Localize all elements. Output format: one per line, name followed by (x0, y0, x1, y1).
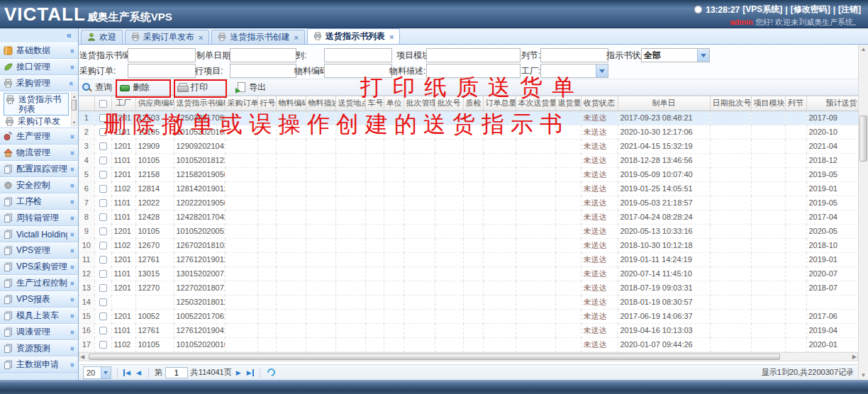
filter-input-0-1[interactable] (230, 48, 296, 62)
logout-link[interactable]: [注销] (838, 4, 861, 16)
sidebar-item-8[interactable]: 周转箱管理« (0, 210, 78, 226)
sidebar-item-3[interactable]: 生产管理« (0, 128, 78, 145)
table-row[interactable]: 6110212814128142019012504未送达2019-01-25 1… (79, 181, 858, 196)
row-checkbox[interactable] (94, 181, 111, 196)
scroll-left-icon[interactable]: ◀ (80, 353, 84, 361)
sidebar-item-9[interactable]: Victall Holding« (0, 226, 78, 242)
close-icon[interactable]: × (389, 33, 394, 41)
page-size-select[interactable]: 20 (83, 366, 111, 379)
sidebar-item-15[interactable]: 调漆管理« (0, 324, 78, 340)
row-checkbox[interactable] (94, 309, 111, 323)
filter-input-0-4[interactable] (540, 48, 608, 62)
row-checkbox[interactable] (94, 266, 111, 281)
column-header[interactable]: 物料描述 (306, 96, 335, 111)
tab-1[interactable]: 采购订单发布× (125, 30, 209, 44)
row-checkbox[interactable] (94, 153, 111, 167)
row-checkbox[interactable] (94, 281, 111, 295)
table-row[interactable]: 4110110105101052018122814未送达2018-12-28 1… (79, 153, 858, 167)
table-row[interactable]: 11120112761127612019011102未送达2019-01-11 … (79, 252, 858, 266)
table-row[interactable]: 14125032018011902未送达2018-01-19 08:30:57 (79, 295, 858, 309)
row-checkbox[interactable] (94, 167, 111, 181)
column-header[interactable]: 制单日 (618, 96, 710, 111)
table-row[interactable]: 16110112761127612019041602未送达2019-04-16 … (79, 323, 858, 337)
column-header[interactable]: 项目模块 (751, 96, 785, 111)
row-checkbox[interactable] (94, 139, 111, 153)
last-page-button[interactable]: ▶ (245, 369, 254, 376)
table-row[interactable]: 5120112158121582019050903未送达2019-05-09 1… (79, 167, 858, 181)
table-row[interactable]: 8110112428124282017042403未送达2017-04-24 0… (79, 210, 858, 224)
vertical-scrollbar[interactable]: ▲ ▼ (858, 45, 868, 380)
sidebar-item-16[interactable]: 资源预测« (0, 340, 78, 356)
column-header[interactable]: 供应商编码 (135, 96, 174, 111)
table-row[interactable]: 9120110105101052020051303未送达2020-05-13 1… (79, 224, 858, 238)
change-password-link[interactable]: [修改密码] (791, 4, 830, 16)
column-header[interactable]: 列节 (785, 96, 806, 111)
scroll-right-icon[interactable]: ▶ (852, 353, 857, 361)
close-icon[interactable]: × (199, 33, 203, 42)
hscroll-thumb[interactable] (89, 354, 780, 360)
export-button[interactable]: 导出 (235, 81, 266, 94)
select-all-checkbox[interactable] (94, 96, 111, 111)
row-checkbox[interactable] (94, 252, 111, 266)
sidebar-subitem-0[interactable]: 送货指示书列表 (4, 93, 69, 116)
page-number-input[interactable] (165, 367, 188, 378)
sidebar-item-5[interactable]: 配置跟踪管理« (0, 161, 78, 177)
sidebar-item-6[interactable]: 安全控制« (0, 177, 78, 193)
scroll-up-icon[interactable]: ▲ (859, 45, 868, 53)
tab-0[interactable]: 欢迎 (81, 30, 123, 44)
sidebar-item-17[interactable]: 主数据申请« (0, 356, 78, 373)
column-header[interactable]: 物料编码 (276, 96, 306, 111)
filter-input-0-0[interactable] (128, 48, 196, 62)
table-row[interactable]: 17110210105101052020010703未送达2020-01-07 … (79, 337, 858, 351)
row-checkbox[interactable] (94, 196, 111, 210)
sidebar-item-10[interactable]: VPS管理« (0, 242, 78, 259)
sidebar-collapse-button[interactable]: « (0, 28, 78, 43)
sidebar-item-0[interactable]: 基础数据« (0, 43, 78, 59)
row-checkbox[interactable] (94, 323, 111, 337)
filter-input-0-3[interactable] (426, 48, 521, 62)
submenu-scrollbar[interactable]: ▲▼ (71, 93, 77, 126)
tab-2[interactable]: 送货指示书创建× (211, 30, 304, 44)
close-icon[interactable]: × (294, 33, 298, 42)
filter-select-0-5[interactable]: 全部 (641, 48, 710, 62)
row-checkbox[interactable] (94, 238, 111, 252)
filter-input-1-0[interactable] (128, 64, 196, 78)
first-page-button[interactable]: ◀ (123, 369, 132, 376)
sidebar-item-2[interactable]: 采购管理« (0, 75, 78, 91)
sidebar-item-11[interactable]: VPS采购管理« (0, 259, 78, 275)
row-checkbox[interactable] (94, 224, 111, 238)
sidebar-item-12[interactable]: 生产过程控制« (0, 275, 78, 291)
column-header[interactable]: 预计送货日 (806, 96, 858, 111)
horizontal-scrollbar[interactable]: ◀ ▶ (79, 352, 858, 361)
next-page-button[interactable]: ▶ (235, 369, 243, 376)
sidebar-item-13[interactable]: VPS报表« (0, 291, 78, 308)
column-header[interactable]: 送货指示书编码 (174, 96, 225, 111)
table-row[interactable]: 3120112909129092021041501未送达2021-04-15 1… (79, 139, 858, 153)
row-checkbox[interactable] (94, 295, 111, 309)
scroll-down-icon[interactable]: ▼ (859, 371, 868, 379)
vps-system-link[interactable]: [VPS系统] (742, 4, 782, 16)
query-button[interactable]: 查询 (82, 81, 112, 94)
row-checkbox[interactable] (94, 210, 111, 224)
scroll-down-icon[interactable]: ▼ (72, 120, 77, 125)
table-row[interactable]: 12110113015130152020071403未送达2020-07-14 … (79, 266, 858, 281)
scroll-up-icon[interactable]: ▲ (72, 94, 77, 99)
table-row[interactable]: 7110112022120222019050304未送达2019-05-03 2… (79, 196, 858, 210)
table-row[interactable]: 10110212670126702018103005未送达2018-10-30 … (79, 238, 858, 252)
row-checkbox[interactable] (94, 337, 111, 351)
tab-3[interactable]: 送货指示书列表× (307, 28, 400, 44)
sidebar-item-4[interactable]: 物流管理« (0, 145, 78, 161)
column-header[interactable]: 采购订单 (225, 96, 257, 111)
table-row[interactable]: 13120112270122702018071903未送达2018-07-19 … (79, 281, 858, 295)
sidebar-item-14[interactable]: 模具上装车« (0, 308, 78, 324)
table-row[interactable]: 15120110052100522017061918未送达2017-06-19 … (79, 309, 858, 323)
column-header[interactable]: 收货状态 (581, 96, 618, 111)
sidebar-item-1[interactable]: 接口管理« (0, 59, 78, 75)
column-header[interactable]: 工厂 (111, 96, 135, 111)
vscroll-thumb[interactable] (859, 116, 867, 162)
prev-page-button[interactable]: ◀ (135, 369, 143, 376)
refresh-icon[interactable] (265, 367, 276, 378)
column-header[interactable]: 日期批次号 (710, 96, 751, 111)
filter-input-1-1[interactable] (230, 64, 296, 78)
sidebar-item-7[interactable]: 工序检« (0, 193, 78, 210)
